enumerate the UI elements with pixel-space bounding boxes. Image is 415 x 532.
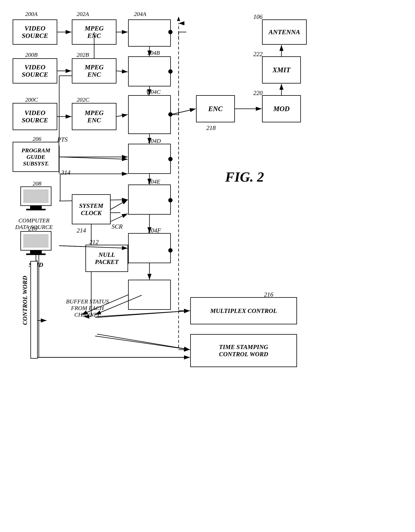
svg-line-53 (60, 157, 128, 159)
ref-314: 314 (61, 169, 70, 176)
computer-data-box (13, 186, 59, 216)
mux-d-box (128, 144, 171, 174)
svg-line-27 (171, 109, 196, 114)
mpeg-enc-a-label: MPEGENC (85, 25, 104, 39)
video-source-c-box: VIDEOSOURCE (13, 103, 57, 130)
junction-dot-e (168, 198, 173, 202)
svg-line-59 (111, 200, 128, 209)
ref-204d: 204D (148, 138, 161, 144)
multiplex-control-box: MULTIPLEX CONTROL (190, 297, 297, 324)
enc-label: ENC (208, 105, 223, 113)
circuit-diagram (0, 0, 415, 532)
ref-200b: 200B (25, 51, 37, 58)
mux-b-box (128, 56, 171, 86)
video-source-a-box: VIDEO SOURCE (13, 19, 57, 45)
junction-dot-a (168, 30, 173, 34)
ref-202a: 202A (77, 11, 89, 17)
ref-200c: 200C (25, 96, 38, 103)
svg-line-63 (95, 336, 190, 350)
system-clock-label: SYSTEMCLOCK (79, 202, 103, 217)
ref-scr: SCR (112, 223, 123, 230)
mpeg-enc-a-box: MPEGENC (72, 19, 116, 45)
svg-marker-61 (177, 17, 180, 21)
program-guide-box: PROGRAMGUIDESUBSYST. (13, 142, 59, 172)
buffer-status-label: BUFFER STATUSFROM EACHCHANNEL (66, 298, 109, 318)
fig2-label: FIG. 2 (225, 169, 264, 185)
ref-220: 220 (253, 89, 263, 96)
svg-line-67 (111, 214, 128, 221)
ref-212: 212 (89, 238, 99, 246)
video-source-b-box: VIDEOSOURCE (13, 58, 57, 84)
junction-dot-f (168, 248, 173, 253)
ref-222: 222 (253, 50, 263, 58)
time-stamp-box: TIME STAMPINGCONTROL WORD (190, 334, 297, 367)
control-word-label: CONTROL WORD (21, 276, 28, 325)
video-source-b-label: VIDEOSOURCE (22, 64, 48, 78)
mod-box: MOD (262, 95, 301, 122)
scid-computer-box (13, 231, 59, 260)
ref-pts: PTS (57, 136, 68, 143)
time-stamp-label: TIME STAMPINGCONTROL WORD (219, 343, 268, 358)
mux-g-box (128, 280, 171, 310)
junction-dot-b (168, 69, 173, 74)
system-clock-box: SYSTEMCLOCK (72, 194, 111, 224)
mux-a-box (128, 19, 171, 47)
program-guide-label: PROGRAMGUIDESUBSYST. (22, 147, 50, 167)
mod-label: MOD (273, 105, 290, 113)
scid-label: SCID (29, 261, 43, 268)
svg-line-16 (111, 200, 128, 209)
ref-106: 106 (253, 13, 263, 20)
antenna-box: ANTENNA (262, 19, 307, 45)
svg-line-62 (95, 311, 190, 318)
ref-208: 208 (33, 180, 41, 187)
null-packet-box: NULLPACKET (85, 245, 128, 272)
enc-box: ENC (196, 95, 235, 122)
mux-f-box (128, 233, 171, 263)
ref-202b: 202B (77, 51, 89, 58)
null-packet-label: NULLPACKET (95, 251, 119, 266)
mux-e-box (128, 185, 171, 215)
ref-214: 214 (77, 227, 86, 234)
mpeg-enc-b-label: MPEGENC (85, 64, 104, 78)
mpeg-enc-b-box: MPEGENC (72, 58, 116, 84)
junction-dot-c (168, 112, 173, 116)
svg-line-37 (97, 311, 190, 317)
ref-204f: 204F (148, 227, 161, 234)
svg-line-50 (171, 109, 196, 114)
mux-c-box (128, 95, 171, 134)
mpeg-enc-c-box: MPEGENC (72, 103, 116, 130)
extra-arrows (0, 0, 415, 532)
ref-204a: 204A (134, 11, 146, 17)
ref-218: 218 (206, 124, 216, 132)
svg-line-7 (116, 71, 128, 72)
xmit-box: XMIT (262, 56, 301, 84)
svg-rect-66 (31, 261, 37, 358)
ref-204e: 204E (148, 178, 160, 185)
mpeg-enc-c-label: MPEGENC (85, 109, 104, 124)
ref-216: 216 (264, 291, 273, 298)
svg-line-38 (97, 334, 190, 350)
computer-data-label: COMPUTERDATA SOURCE (11, 217, 57, 230)
junction-dot-d (168, 157, 173, 161)
video-source-a-label: VIDEO SOURCE (13, 25, 57, 39)
ref-204b: 204B (148, 49, 160, 56)
xmit-label: XMIT (273, 66, 290, 74)
ref-204c: 204C (148, 89, 161, 95)
ref-200a: 200A (25, 11, 37, 17)
video-source-c-label: VIDEOSOURCE (22, 109, 48, 124)
ref-202c: 202C (77, 96, 89, 103)
antenna-label: ANTENNA (269, 28, 300, 36)
svg-line-9 (116, 114, 128, 116)
ref-206: 206 (33, 136, 41, 142)
diagram: VIDEO SOURCE MPEGENC VIDEOSOURCE MPEGENC… (0, 0, 415, 532)
multiplex-control-label: MULTIPLEX CONTROL (210, 307, 277, 314)
